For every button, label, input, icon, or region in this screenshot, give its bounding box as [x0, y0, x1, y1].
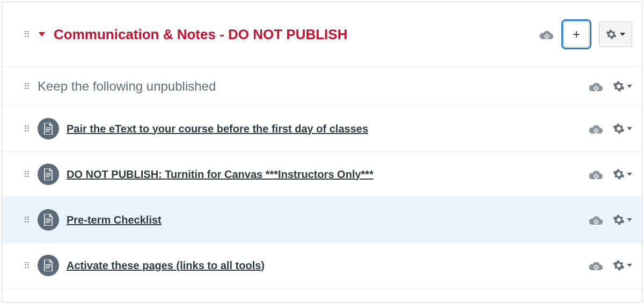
item-settings-button[interactable] [613, 123, 632, 135]
module-header-row: ⠿ Communication & Notes - DO NOT PUBLISH… [2, 2, 642, 67]
drag-handle-icon[interactable]: ⠿ [24, 169, 30, 180]
drag-handle-icon[interactable]: ⠿ [24, 215, 30, 225]
gear-icon [613, 80, 625, 92]
chevron-down-icon [627, 85, 632, 88]
page-icon [38, 209, 59, 231]
module-item-title[interactable]: Pair the eText to your course before the… [67, 123, 581, 135]
drag-handle-icon[interactable]: ⠿ [24, 124, 30, 134]
unpublished-cloud-icon[interactable] [588, 123, 603, 134]
chevron-down-icon [627, 127, 632, 130]
text-subheader-row: ⠿ Keep the following unpublished [2, 67, 642, 106]
module-title: Communication & Notes - DO NOT PUBLISH [54, 26, 531, 43]
item-settings-button[interactable] [613, 168, 632, 180]
chevron-down-icon [627, 218, 632, 221]
drag-handle-icon[interactable]: ⠿ [24, 29, 30, 40]
gear-icon [613, 123, 625, 135]
unpublished-cloud-icon[interactable] [539, 29, 554, 40]
item-actions [588, 214, 632, 226]
unpublished-cloud-icon[interactable] [588, 214, 603, 225]
item-settings-button[interactable] [613, 80, 632, 92]
module-item-row: ⠿DO NOT PUBLISH: Turnitin for Canvas ***… [2, 152, 642, 197]
item-actions [588, 168, 632, 180]
unpublished-cloud-icon[interactable] [588, 260, 603, 271]
chevron-down-icon [627, 173, 632, 176]
module-item-row: ⠿Pre-term Checklist [2, 197, 642, 243]
item-settings-button[interactable] [613, 259, 632, 271]
collapse-caret-icon[interactable] [39, 32, 45, 36]
add-item-button[interactable]: + [564, 21, 589, 47]
module-header-actions: + [539, 21, 632, 47]
chevron-down-icon [620, 33, 625, 36]
unpublished-cloud-icon[interactable] [588, 81, 603, 92]
module-card: ⠿ Communication & Notes - DO NOT PUBLISH… [1, 1, 643, 303]
item-actions [588, 259, 632, 271]
gear-icon [613, 259, 625, 271]
unpublished-cloud-icon[interactable] [588, 169, 603, 180]
gear-icon [606, 29, 617, 40]
module-settings-button[interactable] [599, 21, 632, 47]
item-actions [588, 123, 632, 135]
module-item-title[interactable]: Activate these pages (links to all tools… [67, 259, 581, 272]
page-icon [38, 164, 59, 185]
page-icon [38, 118, 59, 139]
text-subheader-label: Keep the following unpublished [38, 79, 581, 94]
chevron-down-icon [627, 264, 632, 267]
module-item-row: ⠿Activate these pages (links to all tool… [2, 243, 642, 288]
item-actions [588, 80, 632, 92]
module-item-row: ⠿Pair the eText to your course before th… [2, 106, 642, 152]
drag-handle-icon[interactable]: ⠿ [24, 261, 30, 271]
item-settings-button[interactable] [613, 214, 632, 226]
plus-icon: + [573, 27, 580, 42]
module-items-list: ⠿Pair the eText to your course before th… [2, 106, 642, 288]
gear-icon [613, 214, 625, 226]
page-icon [38, 255, 59, 276]
gear-icon [613, 168, 625, 180]
module-item-title[interactable]: DO NOT PUBLISH: Turnitin for Canvas ***I… [67, 168, 581, 181]
module-item-title[interactable]: Pre-term Checklist [67, 214, 581, 226]
drag-handle-icon[interactable]: ⠿ [24, 81, 30, 92]
